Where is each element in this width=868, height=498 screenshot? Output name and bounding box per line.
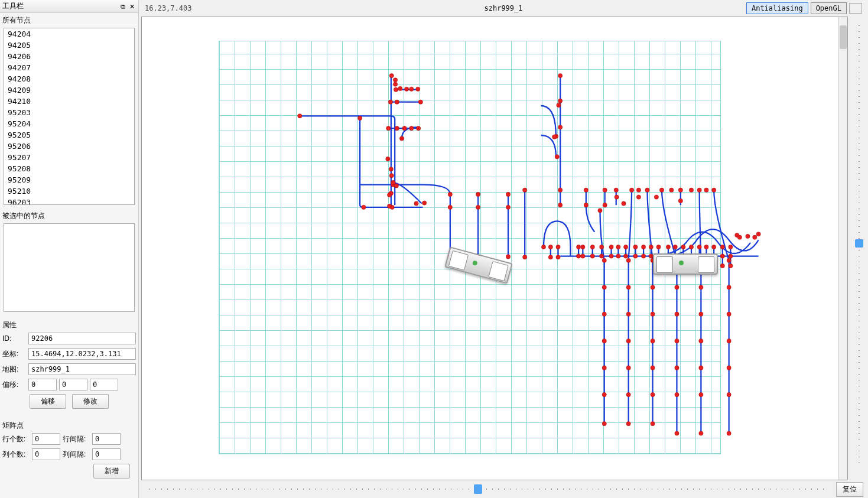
svg-point-115: [720, 254, 724, 258]
row-count-label: 行个数:: [2, 434, 30, 444]
svg-point-166: [727, 431, 731, 435]
svg-point-164: [727, 366, 731, 370]
col-spacing-input[interactable]: [92, 448, 121, 460]
sidebar-header: 工具栏 ⧉ ✕: [0, 0, 138, 13]
add-matrix-button[interactable]: 新增: [93, 464, 130, 479]
svg-point-118: [729, 254, 733, 258]
offset-label: 偏移:: [2, 380, 26, 390]
offset-y-input[interactable]: [59, 379, 87, 390]
svg-point-117: [729, 245, 733, 249]
node-list-item[interactable]: 95204: [4, 118, 134, 129]
id-label: ID:: [2, 334, 26, 343]
offset-button[interactable]: 偏移: [30, 394, 66, 409]
row-count-input[interactable]: [32, 433, 60, 445]
matrix-label: 矩阵点: [2, 418, 136, 433]
toolbar-sidebar: 工具栏 ⧉ ✕ 所有节点 942049420594206942079420894…: [0, 0, 139, 498]
viewport-header: 16.23,7.403 szhr999_1 Antialiasing OpenG…: [139, 0, 868, 17]
map-input[interactable]: [28, 363, 136, 375]
node-list-item[interactable]: 95209: [4, 174, 134, 185]
properties-label: 属性: [2, 318, 136, 333]
svg-point-119: [729, 263, 733, 268]
node-list-item[interactable]: 94204: [4, 28, 134, 40]
antialiasing-button[interactable]: Antialiasing: [746, 2, 808, 14]
svg-point-163: [727, 339, 731, 343]
coord-label: 坐标:: [2, 349, 26, 359]
svg-point-116: [720, 263, 724, 268]
map-label: 地图:: [2, 364, 26, 375]
svg-point-124: [756, 232, 760, 236]
row-spacing-label: 行间隔:: [63, 434, 90, 444]
node-list-item[interactable]: 94206: [4, 51, 134, 62]
node-list-item[interactable]: 95210: [4, 185, 134, 197]
svg-point-114: [720, 245, 724, 249]
node-list-item[interactable]: 95203: [4, 107, 134, 118]
h-slider-thumb[interactable]: [474, 484, 482, 494]
map-canvas[interactable]: [141, 17, 848, 480]
properties-section: 属性 ID: 坐标: 地图: 偏移: 偏移 修改: [0, 315, 138, 416]
node-list-item[interactable]: 94210: [4, 96, 134, 107]
scrollbar-thumb[interactable]: [840, 25, 847, 49]
node-list-item[interactable]: 94205: [4, 40, 134, 51]
opengl-button[interactable]: OpenGL: [811, 2, 847, 14]
id-input[interactable]: [28, 333, 136, 344]
horizontal-slider[interactable]: [144, 483, 831, 495]
h-slider-track: [149, 489, 825, 490]
viewport-area: 16.23,7.403 szhr999_1 Antialiasing OpenG…: [139, 0, 868, 498]
cursor-coords: 16.23,7.403: [145, 4, 191, 12]
node-list-item[interactable]: 96203: [4, 197, 134, 205]
reset-button[interactable]: 复位: [836, 482, 863, 497]
selected-nodes-label: 被选中的节点: [0, 209, 138, 223]
node-list-item[interactable]: 94208: [4, 73, 134, 84]
coord-input[interactable]: [28, 348, 136, 360]
svg-point-162: [727, 312, 731, 316]
node-list-item[interactable]: 95208: [4, 163, 134, 174]
svg-point-120: [735, 233, 739, 237]
sidebar-title: 工具栏: [2, 1, 24, 11]
col-spacing-label: 列间隔:: [63, 450, 90, 460]
svg-point-161: [727, 285, 731, 289]
row-spacing-input[interactable]: [92, 433, 121, 445]
undock-icon[interactable]: ⧉: [119, 3, 126, 10]
grid-background: [219, 41, 721, 454]
vehicle-icon[interactable]: [653, 253, 718, 275]
modify-button[interactable]: 修改: [72, 394, 109, 409]
svg-point-165: [727, 392, 731, 396]
col-count-input[interactable]: [32, 448, 60, 460]
map-title: szhr999_1: [484, 4, 522, 12]
v-slider-thumb[interactable]: [855, 239, 863, 248]
close-icon[interactable]: ✕: [128, 3, 136, 10]
node-list-item[interactable]: 94207: [4, 62, 134, 73]
svg-point-122: [746, 234, 750, 238]
svg-point-160: [727, 258, 731, 262]
col-count-label: 列个数:: [2, 450, 30, 460]
node-list-item[interactable]: 95206: [4, 141, 134, 152]
offset-x-input[interactable]: [28, 379, 57, 390]
selected-nodes-area[interactable]: [4, 223, 135, 312]
node-list-item[interactable]: 95205: [4, 129, 134, 141]
matrix-section: 矩阵点 行个数: 行间隔: 列个数: 列间隔: 新增: [0, 416, 138, 481]
node-list[interactable]: 9420494205942069420794208942099421095203…: [4, 28, 135, 205]
all-nodes-label: 所有节点: [0, 13, 138, 28]
offset-z-input[interactable]: [90, 379, 118, 390]
svg-point-121: [737, 235, 742, 239]
canvas-vertical-scrollbar[interactable]: [838, 17, 847, 480]
svg-point-123: [753, 235, 757, 239]
vertical-slider[interactable]: [850, 17, 868, 480]
node-list-item[interactable]: 95207: [4, 152, 134, 163]
node-list-item[interactable]: 94209: [4, 84, 134, 96]
render-toggle-square[interactable]: [849, 3, 862, 14]
